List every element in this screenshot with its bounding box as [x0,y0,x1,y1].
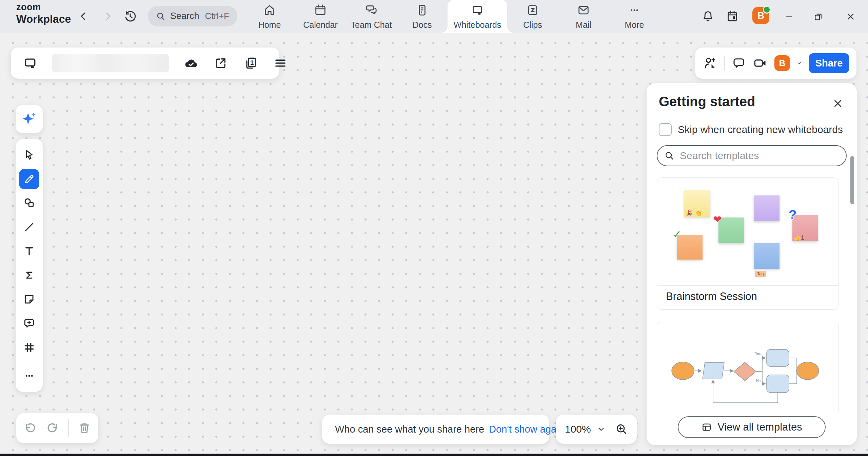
tab-label: Docs [413,20,432,30]
template-card-brainstorm[interactable]: ❤ ✓ ? 🎉 👏 👍1 Tag Brainstorm Session [657,177,839,310]
tab-calendar[interactable]: Calendar [295,0,346,33]
more-dots-icon [23,370,35,382]
frame-icon [23,341,36,354]
panel-scrollbar-thumb[interactable] [850,156,854,204]
view-all-label: View all templates [717,421,802,433]
title-bar: zoom Workplace Search Ctrl+F Home [0,0,868,33]
template-search-input[interactable] [679,150,839,162]
undo-icon [23,421,37,435]
collaboration-toolbar: B Share [695,48,856,79]
board-title-field-blurred[interactable] [52,54,169,72]
hamburger-menu-icon [273,56,288,70]
tool-shapes[interactable] [16,192,43,214]
open-in-new-button[interactable] [213,55,229,71]
app-tabs: Home Calendar Team Chat Docs Whiteboards [244,0,660,33]
add-collaborators-button[interactable] [703,55,717,71]
pages-button[interactable]: 1 [243,55,258,71]
tool-sticky-note[interactable] [16,288,43,310]
dont-show-again-link[interactable]: Don't show again [489,424,564,435]
branch-label-yes: Yes [755,352,761,356]
sigma-icon [23,269,36,282]
chevron-down-icon[interactable] [797,59,802,68]
shapes-icon [23,196,36,209]
zoom-in-icon[interactable] [615,423,628,436]
skip-option-row: Skip when creating new whiteboards [659,123,843,136]
tab-home[interactable]: Home [244,0,295,33]
tool-frame[interactable] [16,337,43,358]
tag-chip: Tag [755,271,766,277]
clap-reaction: 👏 [695,210,702,216]
logo-zoom: zoom [16,3,71,12]
avatar-initial: B [779,58,786,69]
close-panel-button[interactable] [830,96,845,111]
template-search [657,145,847,166]
presence-avatar[interactable]: B [774,55,790,71]
chevron-down-icon[interactable] [597,425,605,433]
status-dot [763,6,771,14]
thumb-reaction: 👍1 [794,235,804,241]
tool-comment[interactable] [16,312,43,334]
tool-select[interactable] [16,144,43,166]
share-button[interactable]: Share [809,53,849,73]
templates-grid-icon [701,422,712,433]
back-button[interactable] [76,9,91,24]
tool-text[interactable] [16,240,43,262]
toast-message: Who can see what you share here [335,424,484,435]
team-chat-icon [364,3,378,17]
tool-more[interactable] [16,366,43,386]
notifications-button[interactable] [701,9,715,24]
video-button[interactable] [753,55,768,71]
tab-more[interactable]: More [609,0,660,33]
zoom-workplace-logo: zoom Workplace [16,3,71,24]
search-label: Search [170,11,199,21]
skip-checkbox[interactable] [659,123,672,136]
chat-button[interactable] [732,55,746,71]
zoom-level[interactable]: 100% [565,423,591,435]
tab-docs[interactable]: Docs [397,0,448,33]
forward-button[interactable] [100,9,115,24]
tab-label: Whiteboards [454,20,501,30]
tool-line[interactable] [16,216,43,238]
history-button[interactable] [122,8,138,24]
question-mark: ? [789,208,796,221]
pencil-icon [23,173,35,185]
heart-reaction: ❤ [713,214,722,225]
minimize-button[interactable] [782,10,796,24]
blur-overlay [52,54,169,72]
ai-companion-button[interactable] [16,105,43,133]
board-menu-button[interactable] [273,55,288,71]
check-reaction: ✓ [673,229,681,240]
board-home-button[interactable] [22,55,38,71]
undo-button[interactable] [23,421,37,435]
tab-clips[interactable]: Clips [507,0,558,33]
meetings-calendar-button[interactable] [725,9,740,24]
tab-label: Clips [523,20,542,30]
cloud-sync-status[interactable] [183,55,199,71]
undo-redo-toolbar [16,413,98,443]
tools-toolbar [16,139,43,392]
minimize-icon [784,12,794,22]
view-all-templates-button[interactable]: View all templates [678,416,826,438]
close-icon [832,98,844,109]
delete-button[interactable] [78,421,91,435]
redo-button[interactable] [46,421,59,435]
mail-icon [577,3,590,17]
home-icon [263,3,276,17]
tab-mail[interactable]: Mail [558,0,609,33]
tool-formula[interactable] [16,264,43,286]
restore-button[interactable] [811,10,825,24]
tab-label: Home [258,20,281,30]
tool-draw-active[interactable] [19,169,39,189]
zoom-controls: 100% [556,415,637,444]
toolbar-divider [724,56,725,71]
tab-team-chat[interactable]: Team Chat [346,0,397,33]
toolbar-divider [68,419,69,437]
account-avatar[interactable]: B [752,7,769,24]
global-search[interactable]: Search Ctrl+F [148,6,237,26]
zoom-workplace-window: zoom Workplace Search Ctrl+F Home [0,0,868,456]
tools-divider [22,362,37,362]
whiteboard-icon [23,56,38,71]
close-window-button[interactable] [844,10,858,24]
tab-whiteboards[interactable]: Whiteboards [448,0,507,33]
text-icon [23,245,36,258]
